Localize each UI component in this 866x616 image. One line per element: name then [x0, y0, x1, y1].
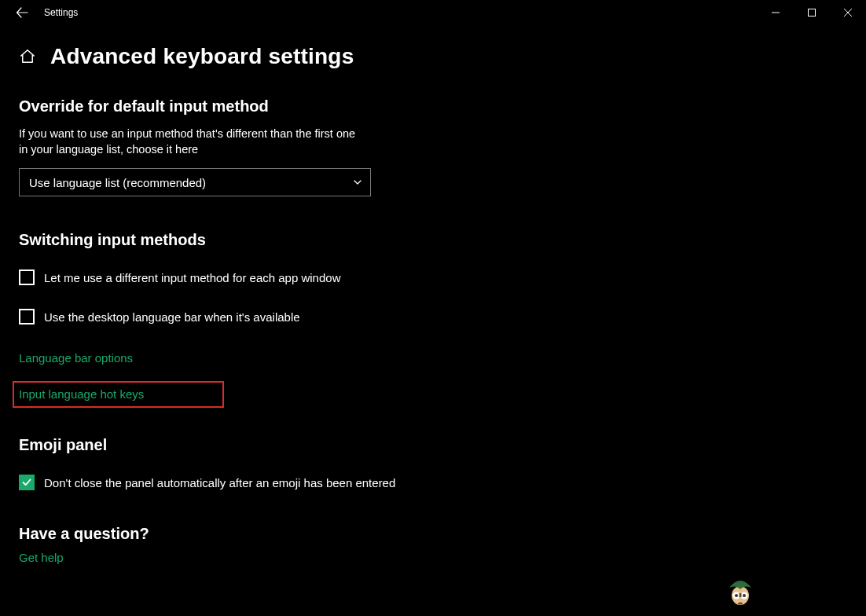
- mascot-icon: [725, 572, 756, 610]
- minimize-button[interactable]: [758, 0, 794, 25]
- link-row: Language bar options: [19, 351, 847, 365]
- svg-rect-1: [809, 9, 816, 16]
- page-title: Advanced keyboard settings: [50, 44, 354, 69]
- checkbox-desktop-language-bar[interactable]: Use the desktop language bar when it's a…: [19, 309, 847, 324]
- section-emoji: Emoji panel Don't close the panel automa…: [19, 436, 847, 490]
- emoji-title: Emoji panel: [19, 436, 847, 454]
- checkbox-label: Let me use a different input method for …: [44, 271, 340, 284]
- section-override: Override for default input method If you…: [19, 97, 847, 196]
- checkbox-icon: [19, 309, 35, 324]
- window-controls: [758, 0, 866, 25]
- arrow-left-icon: [16, 6, 28, 19]
- checkbox-label: Don't close the panel automatically afte…: [44, 476, 395, 490]
- dropdown-value: Use language list (recommended): [29, 176, 206, 189]
- svg-rect-9: [739, 593, 742, 597]
- svg-point-10: [738, 603, 743, 605]
- maximize-icon: [808, 9, 816, 16]
- language-bar-options-link[interactable]: Language bar options: [19, 351, 133, 365]
- close-button[interactable]: [830, 0, 866, 25]
- checkbox-label: Use the desktop language bar when it's a…: [44, 310, 300, 324]
- titlebar: Settings: [0, 0, 866, 25]
- question-title: Have a question?: [19, 525, 847, 543]
- close-icon: [844, 9, 852, 16]
- app-title: Settings: [44, 7, 78, 18]
- section-question: Have a question? Get help: [19, 525, 847, 565]
- input-language-hotkeys-link[interactable]: Input language hot keys: [19, 387, 144, 401]
- checkbox-emoji-autoclose[interactable]: Don't close the panel automatically afte…: [19, 475, 847, 490]
- content: Advanced keyboard settings Override for …: [0, 25, 866, 565]
- chevron-down-icon: [353, 178, 362, 187]
- get-help-link[interactable]: Get help: [19, 551, 64, 564]
- back-button[interactable]: [14, 5, 30, 20]
- highlight-box: Input language hot keys: [13, 381, 224, 408]
- home-icon[interactable]: [19, 48, 36, 65]
- minimize-icon: [772, 9, 780, 16]
- section-switching: Switching input methods Let me use a dif…: [19, 231, 847, 436]
- checkbox-checked-icon: [19, 475, 35, 490]
- svg-point-7: [735, 594, 738, 597]
- switching-title: Switching input methods: [19, 231, 847, 249]
- checkbox-icon: [19, 270, 35, 285]
- maximize-button[interactable]: [794, 0, 830, 25]
- page-header: Advanced keyboard settings: [19, 44, 847, 69]
- checkbox-per-app-window[interactable]: Let me use a different input method for …: [19, 270, 847, 285]
- svg-point-8: [743, 594, 746, 597]
- override-title: Override for default input method: [19, 97, 847, 116]
- override-desc: If you want to use an input method that'…: [19, 126, 365, 157]
- input-method-dropdown[interactable]: Use language list (recommended): [19, 168, 371, 196]
